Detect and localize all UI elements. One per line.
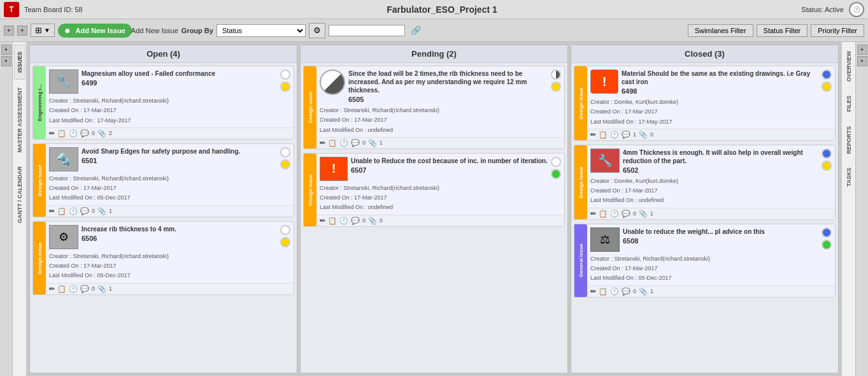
card-6502-circle2	[822, 161, 832, 171]
edit-icon-6501[interactable]: ✏	[49, 207, 55, 215]
comment-icon-6505[interactable]: 💬	[351, 139, 360, 147]
attach-count-6506: 1	[109, 286, 112, 292]
issue-type-label-design-6507: Design Issue	[304, 154, 317, 226]
edit-icon-6502[interactable]: ✏	[590, 210, 596, 218]
attach-icon-6501[interactable]: 📎	[97, 207, 106, 215]
comment-icon-6502[interactable]: 💬	[622, 210, 630, 218]
group-by-label: Group By	[181, 27, 213, 34]
attach-icon-6505[interactable]: 📎	[368, 139, 377, 147]
card-6502-title: 4mm Thickness is enough. It will also he…	[623, 148, 818, 165]
view-toggle-btn[interactable]: ⊞▼	[31, 24, 55, 37]
card-6505-meta: Creator : Stretanski, Richard(richard.st…	[317, 105, 564, 137]
add-issue-button[interactable]: ●Add New Issue	[58, 24, 132, 38]
column-closed-header: Closed (3)	[571, 45, 838, 63]
edit-icon-6499[interactable]: ✏	[49, 129, 55, 138]
card-6502-circle1	[822, 148, 832, 159]
sidebar-tab-files[interactable]: FILES	[844, 89, 854, 119]
attach-icon-6508[interactable]: 📎	[639, 287, 648, 296]
left-expand-top[interactable]: +	[1, 45, 11, 55]
comment-count-6507: 0	[362, 217, 366, 224]
sidebar-tab-tasks[interactable]: TASKS	[844, 161, 854, 193]
calendar-icon-6505[interactable]: 📋	[328, 139, 337, 147]
link-icon[interactable]: 🔗	[408, 23, 423, 38]
comment-icon-6507[interactable]: 💬	[351, 217, 360, 225]
status-badge: Status: Active	[801, 6, 844, 13]
card-6507-meta: Creator : Stretanski, Richard(richard.st…	[317, 182, 564, 215]
right-expand-top[interactable]: +	[857, 45, 867, 55]
card-6506-meta: Creator : Stretanski, Richard(richard.st…	[46, 250, 294, 283]
calendar-icon-6507[interactable]: 📋	[328, 217, 337, 225]
swimlanes-filter-button[interactable]: Swimlanes Filter	[688, 24, 753, 37]
card-6498-id: 6498	[622, 87, 818, 95]
attach-icon-6502[interactable]: 📎	[639, 210, 648, 218]
card-6498-circle2	[822, 82, 832, 92]
card-6506-id: 6506	[82, 235, 277, 242]
left-expand-mid[interactable]: +	[1, 56, 11, 66]
card-6506: Design Issue ⚙ Increase rib thickness to…	[32, 221, 294, 295]
comment-count-6508: 0	[633, 288, 636, 294]
status-filter-button[interactable]: Status Filter	[757, 24, 808, 37]
edit-icon-6505[interactable]: ✏	[320, 139, 325, 147]
issue-type-label-general-6508: General Issue	[574, 224, 587, 297]
comment-icon-6508[interactable]: 💬	[622, 287, 630, 296]
card-6507-id: 6507	[351, 166, 548, 174]
clock-icon-6502[interactable]: 🕐	[610, 210, 619, 218]
card-6498: Design Issue ! Material Should be the sa…	[574, 66, 836, 141]
card-6505-thumb	[320, 69, 345, 95]
attach-icon-6507[interactable]: 📎	[368, 217, 377, 225]
card-6499-meta: Creator : Stretanski, Richard(richard.st…	[46, 95, 294, 127]
card-6508-id: 6508	[623, 237, 818, 245]
search-input[interactable]	[329, 25, 405, 36]
clock-icon-6501[interactable]: 🕐	[69, 207, 78, 215]
clock-icon-6499[interactable]: 🕐	[69, 129, 78, 138]
attach-icon-6506[interactable]: 📎	[97, 285, 106, 293]
comment-icon-6501[interactable]: 💬	[80, 207, 89, 215]
calendar-icon-6499[interactable]: 📋	[57, 129, 66, 138]
filter-settings-icon[interactable]: ⚙	[309, 23, 325, 38]
edit-icon-6506[interactable]: ✏	[49, 285, 55, 293]
sidebar-tab-issues[interactable]: ISSUES	[14, 45, 25, 80]
expand-btn-1[interactable]: +	[4, 25, 14, 36]
card-6502-id: 6502	[623, 166, 818, 174]
comment-icon-6499[interactable]: 💬	[80, 129, 89, 138]
clock-icon-6498[interactable]: 🕐	[610, 131, 619, 139]
sidebar-tab-reports[interactable]: REPORTS	[844, 120, 854, 161]
card-6502-meta: Creator : Domke, Kurt(kurt.domke) Create…	[587, 175, 835, 208]
calendar-icon-6498[interactable]: 📋	[599, 131, 608, 139]
app-logo: T	[4, 2, 19, 17]
attach-count-6499: 2	[109, 130, 112, 136]
clock-icon-6506[interactable]: 🕐	[69, 285, 78, 293]
edit-icon-6508[interactable]: ✏	[590, 287, 596, 296]
sidebar-tab-overview[interactable]: OVERVIEW	[844, 45, 854, 88]
add-issue-label-text: Add New Issue	[131, 27, 178, 34]
comment-icon-6498[interactable]: 💬	[622, 131, 630, 139]
card-6507-title: Unable to Reduce the cost because of inc…	[351, 157, 548, 165]
issue-type-label-design-6505: Design Issue	[304, 66, 317, 148]
attach-icon-6498[interactable]: 📎	[639, 131, 648, 139]
right-expand-mid[interactable]: +	[857, 56, 867, 66]
calendar-icon-6501[interactable]: 📋	[57, 207, 66, 215]
calendar-icon-6506[interactable]: 📋	[57, 285, 66, 293]
sidebar-tab-gantt[interactable]: GANTT / CALENDAR	[15, 160, 25, 229]
calendar-icon-6502[interactable]: 📋	[599, 210, 608, 218]
card-6499-circle1	[280, 69, 290, 80]
edit-icon-6498[interactable]: ✏	[590, 131, 596, 139]
expand-btn-2[interactable]: +	[17, 25, 27, 36]
clock-icon-6507[interactable]: 🕐	[339, 217, 348, 225]
comment-icon-6506[interactable]: 💬	[80, 285, 89, 293]
edit-icon-6507[interactable]: ✏	[320, 217, 325, 225]
card-6505: Design Issue Since the load will be 2 ti…	[303, 66, 565, 149]
sidebar-tab-master-assessment[interactable]: MASTER ASSESSMENT	[15, 81, 25, 159]
attach-icon-6499[interactable]: 📎	[97, 129, 106, 138]
comment-count-6501: 0	[92, 208, 95, 214]
clock-icon-6505[interactable]: 🕐	[339, 139, 348, 147]
clock-icon-6508[interactable]: 🕐	[610, 287, 619, 296]
card-6501-meta: Creator : Stretanski, Richard(richard.st…	[46, 173, 294, 205]
card-6508-thumb: ⚖	[590, 228, 620, 252]
comment-count-6505: 0	[362, 140, 366, 146]
calendar-icon-6508[interactable]: 📋	[599, 287, 608, 296]
card-6501-circle2	[280, 159, 290, 170]
priority-filter-button[interactable]: Priority Filter	[811, 24, 864, 37]
page-title: Farbulator_ESO_Project 1	[88, 4, 797, 15]
group-by-select[interactable]: Status Priority Type	[217, 24, 306, 37]
